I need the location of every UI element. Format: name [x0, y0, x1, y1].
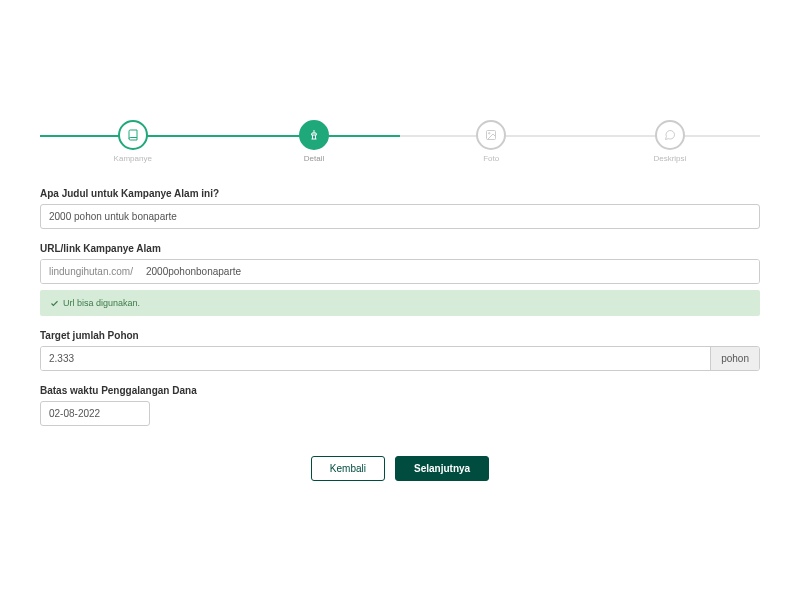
target-label: Target jumlah Pohon — [40, 330, 760, 341]
back-button[interactable]: Kembali — [311, 456, 385, 481]
url-input-group: lindungihutan.com/ — [40, 259, 760, 284]
url-feedback-alert: Url bisa digunakan. — [40, 290, 760, 316]
target-suffix: pohon — [710, 347, 759, 370]
title-label: Apa Judul untuk Kampanye Alam ini? — [40, 188, 760, 199]
target-input-group: pohon — [40, 346, 760, 371]
stepper: Kampanye Detail Foto Deskripsi — [40, 120, 760, 163]
deadline-input[interactable] — [40, 401, 150, 426]
check-icon — [50, 299, 59, 308]
title-input[interactable] — [40, 204, 760, 229]
step-label: Deskripsi — [653, 154, 686, 163]
next-button[interactable]: Selanjutnya — [395, 456, 489, 481]
book-icon — [118, 120, 148, 150]
step-label: Kampanye — [114, 154, 152, 163]
button-row: Kembali Selanjutnya — [40, 456, 760, 481]
brush-icon — [299, 120, 329, 150]
url-input[interactable] — [142, 260, 759, 283]
step-kampanye[interactable]: Kampanye — [114, 120, 152, 163]
url-feedback-text: Url bisa digunakan. — [63, 298, 140, 308]
step-label: Detail — [304, 154, 324, 163]
svg-point-1 — [489, 133, 491, 135]
step-deskripsi[interactable]: Deskripsi — [653, 120, 686, 163]
step-detail[interactable]: Detail — [299, 120, 329, 163]
url-prefix: lindungihutan.com/ — [41, 260, 142, 283]
url-label: URL/link Kampanye Alam — [40, 243, 760, 254]
image-icon — [476, 120, 506, 150]
step-label: Foto — [483, 154, 499, 163]
step-foto[interactable]: Foto — [476, 120, 506, 163]
target-input[interactable] — [41, 347, 710, 370]
deadline-label: Batas waktu Penggalangan Dana — [40, 385, 760, 396]
chat-icon — [655, 120, 685, 150]
